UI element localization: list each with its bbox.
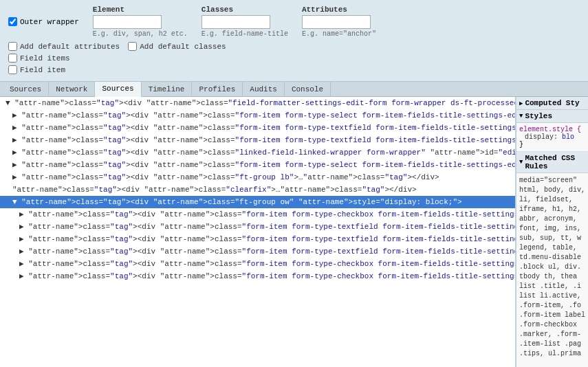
matched-rules-content: media="screen"html, body, div,li, fields… — [516, 173, 588, 362]
top-row2: Add default attributes Add default class… — [8, 42, 580, 51]
attributes-hint: E.g. name="anchor" — [302, 30, 376, 38]
field-items-label[interactable]: Field items — [8, 54, 70, 63]
tab-timeline[interactable]: Timeline — [142, 82, 193, 97]
tab-network[interactable]: Network — [49, 82, 95, 97]
field-item-row: Field item — [8, 65, 580, 74]
dom-line[interactable]: ▶ "attr-name">class="tag"><div "attr-nam… — [0, 134, 515, 146]
add-default-attributes-checkbox[interactable] — [8, 42, 17, 51]
matched-rule-entry: tbody th, thea — [519, 272, 585, 282]
matched-rule-entry: .item-list .pag — [519, 340, 585, 349]
dom-line[interactable]: ▶ "attr-name">class="tag"><div "attr-nam… — [0, 245, 515, 258]
computed-style-label: Computed Sty — [525, 99, 579, 107]
dom-line[interactable]: ▶ "attr-name">class="tag"><div "attr-nam… — [0, 258, 515, 270]
element-hint: E.g. div, span, h2 etc. — [93, 30, 188, 38]
dom-line[interactable]: ▶ "attr-name">class="tag"><div "attr-nam… — [0, 146, 515, 159]
matched-rule-entry: .form-item, .fo — [519, 301, 585, 311]
matched-rules-header[interactable]: ▼ Matched CSS Rules — [516, 152, 588, 173]
computed-style-header[interactable]: ▶ Computed Sty — [516, 97, 588, 110]
dom-line[interactable]: ▶ "attr-name">class="tag"><div "attr-nam… — [0, 208, 515, 221]
matched-rule-entry: abbr, acronym, — [519, 214, 585, 224]
tab-sources-1[interactable]: Sources — [3, 82, 49, 97]
dom-line[interactable]: ▼ "attr-name">class="tag"><div "attr-nam… — [0, 196, 515, 208]
add-default-classes-label[interactable]: Add default classes — [128, 42, 226, 51]
field-items-checkbox[interactable] — [8, 54, 17, 63]
matched-rule-entry: html, body, div, — [519, 186, 585, 195]
dom-line[interactable]: ▶ "attr-name">class="tag"><div "attr-nam… — [0, 233, 515, 245]
styles-label: Styles — [525, 112, 552, 120]
classes-hint: E.g. field-name-title — [202, 30, 288, 38]
tab-console[interactable]: Console — [285, 82, 331, 97]
top-panel: Outer wrapper Element E.g. div, span, h2… — [0, 0, 588, 82]
classes-input[interactable] — [202, 15, 270, 29]
outer-wrapper-checkbox[interactable] — [8, 17, 17, 26]
matched-rule-entry: li, fieldset, — [519, 195, 585, 205]
dom-line[interactable]: ▶ "attr-name">class="tag"><div "attr-nam… — [0, 109, 515, 122]
right-panel: ▶ Computed Sty ▼ Styles element.style { … — [516, 97, 588, 367]
add-default-attributes-label[interactable]: Add default attributes — [8, 42, 120, 51]
matched-rule-entry: iframe, h1, h2, — [519, 205, 585, 214]
main-area: ▼ "attr-name">class="tag"><div "attr-nam… — [0, 97, 588, 367]
outer-wrapper-check: Outer wrapper — [8, 17, 79, 26]
tabs-bar: Sources Network Sources Timeline Profile… — [0, 82, 588, 97]
tab-audits[interactable]: Audits — [243, 82, 285, 97]
styles-selector: element.style { — [519, 126, 585, 133]
dom-line[interactable]: ▼ "attr-name">class="tag"><div "attr-nam… — [0, 97, 515, 109]
matched-rule-entry: list .title, .i — [519, 282, 585, 291]
top-row3: Field items — [8, 54, 580, 63]
field-item-checkbox[interactable] — [8, 65, 17, 74]
matched-rule-entry: font, img, ins, — [519, 224, 585, 234]
styles-header[interactable]: ▼ Styles — [516, 110, 588, 123]
dom-line[interactable]: ▶ "attr-name">class="tag"><div "attr-nam… — [0, 270, 515, 282]
element-label: Element — [93, 5, 188, 14]
matched-rule-entry: sub, sup, tt, w — [519, 234, 585, 243]
dom-line[interactable]: ▶ "attr-name">class="tag"><div "attr-nam… — [0, 221, 515, 233]
matched-rule-entry: .form-item label — [519, 311, 585, 320]
matched-rule-entry: media="screen" — [519, 176, 585, 186]
styles-value: blo — [562, 133, 574, 141]
styles-content: element.style { display: blo } — [516, 123, 588, 152]
dom-panel[interactable]: ▼ "attr-name">class="tag"><div "attr-nam… — [0, 97, 516, 367]
dom-line[interactable]: ▶ "attr-name">class="tag"><div "attr-nam… — [0, 122, 515, 134]
styles-close: } — [519, 141, 585, 148]
matched-rule-entry: legend, table, — [519, 243, 585, 253]
field-item-label[interactable]: Field item — [8, 65, 580, 74]
dom-line[interactable]: ▶ "attr-name">class="tag"><div "attr-nam… — [0, 159, 515, 171]
styles-prop: display: blo — [519, 133, 585, 141]
top-row1: Outer wrapper Element E.g. div, span, h2… — [8, 5, 580, 38]
matched-rule-entry: .form-checkbox — [519, 320, 585, 330]
tab-profiles[interactable]: Profiles — [192, 82, 243, 97]
classes-label: Classes — [202, 5, 288, 14]
outer-wrapper-label: Outer wrapper — [20, 18, 79, 26]
computed-style-triangle: ▶ — [519, 100, 523, 107]
tab-sources-2[interactable]: Sources — [95, 82, 141, 97]
matched-rule-entry: .block ul, div. — [519, 263, 585, 272]
element-input[interactable] — [93, 15, 162, 29]
matched-rule-entry: .marker, .form- — [519, 330, 585, 340]
matched-rule-entry: td.menu-disable — [519, 253, 585, 263]
matched-rule-entry: list li.active, — [519, 291, 585, 301]
dom-line[interactable]: "attr-name">class="tag"><div "attr-name"… — [0, 184, 515, 196]
matched-rule-entry: .tips, ul.prima — [519, 349, 585, 359]
attributes-input[interactable] — [302, 15, 371, 29]
dom-line[interactable]: ▶ "attr-name">class="tag"><div "attr-nam… — [0, 171, 515, 184]
classes-field-group: Classes E.g. field-name-title — [202, 5, 288, 38]
element-field-group: Element E.g. div, span, h2 etc. — [93, 5, 188, 38]
add-default-classes-checkbox[interactable] — [128, 42, 137, 51]
matched-rules-label: Matched CSS Rules — [525, 154, 585, 170]
matched-rules-triangle: ▼ — [519, 159, 523, 166]
styles-triangle: ▼ — [519, 113, 523, 120]
attributes-field-group: Attributes E.g. name="anchor" — [302, 5, 376, 38]
attributes-label: Attributes — [302, 5, 376, 14]
